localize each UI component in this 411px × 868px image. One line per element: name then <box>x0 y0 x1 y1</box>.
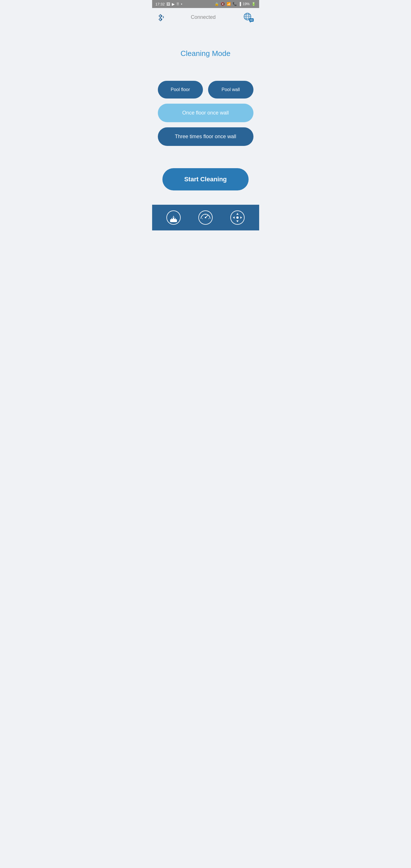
svg-point-9 <box>252 20 253 21</box>
three-times-floor-button[interactable]: Three times floor once wall <box>158 127 253 146</box>
apps-icon: ⠿ <box>177 2 179 6</box>
mute-icon: 🔇 <box>221 2 225 6</box>
svg-point-18 <box>204 217 206 218</box>
bottom-area: Start Cleaning <box>158 168 253 199</box>
status-bar: 17:32 🖼 ▶ ⠿ • 🔒 🔇 📶 📞 ▐ 19% 🔋 <box>152 0 259 8</box>
battery-level: 19% <box>243 2 249 6</box>
start-cleaning-button[interactable]: Start Cleaning <box>162 168 249 190</box>
lock-icon: 🔒 <box>215 2 219 6</box>
svg-point-14 <box>172 218 173 219</box>
svg-marker-24 <box>236 220 239 222</box>
svg-point-27 <box>236 216 239 219</box>
globe-chat-icon[interactable] <box>242 11 254 23</box>
status-bar-right: 🔒 🔇 📶 📞 ▐ 19% 🔋 <box>215 2 256 6</box>
pool-wall-button[interactable]: Pool wall <box>208 81 253 98</box>
svg-point-15 <box>174 218 175 219</box>
svg-point-8 <box>251 20 252 21</box>
svg-marker-23 <box>236 213 239 215</box>
nav-speed-button[interactable] <box>197 209 214 226</box>
svg-marker-26 <box>240 216 242 219</box>
app-bar: Connected <box>152 8 259 26</box>
nav-control-button[interactable] <box>229 209 246 226</box>
dot-indicator: • <box>181 2 182 6</box>
battery-icon: 🔋 <box>251 2 256 6</box>
youtube-icon: ▶ <box>172 2 175 6</box>
pool-floor-button[interactable]: Pool floor <box>158 81 203 98</box>
connection-status: Connected <box>191 14 216 20</box>
svg-point-7 <box>250 20 251 21</box>
status-bar-left: 17:32 🖼 ▶ ⠿ • <box>156 2 182 6</box>
main-content: Cleaning Mode Pool floor Pool wall Once … <box>152 26 259 205</box>
photo-icon: 🖼 <box>166 2 170 6</box>
once-floor-once-wall-button[interactable]: Once floor once wall <box>158 104 253 122</box>
bluetooth-icon <box>157 13 165 21</box>
call-icon: 📞 <box>232 2 237 6</box>
svg-marker-25 <box>233 216 234 219</box>
wifi-icon: 📶 <box>227 2 231 6</box>
bottom-nav: ↑ <box>152 205 259 230</box>
signal-icon: ▐ <box>239 2 241 6</box>
mode-buttons-row1: Pool floor Pool wall <box>158 81 253 98</box>
status-time: 17:32 <box>156 2 165 6</box>
nav-home-button[interactable]: ↑ <box>165 209 182 226</box>
page-title: Cleaning Mode <box>181 49 231 58</box>
svg-marker-6 <box>250 22 251 23</box>
